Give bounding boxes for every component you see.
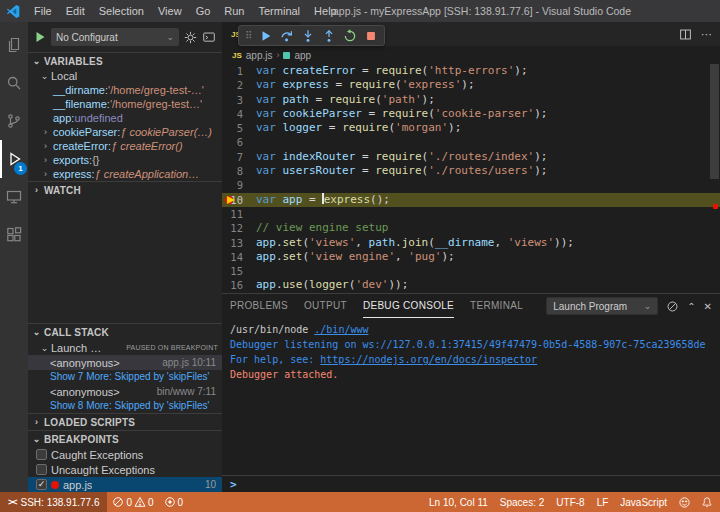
code-line[interactable]: 1var createError = require('http-errors'… — [222, 64, 720, 78]
variables-section-header[interactable]: ⌄ VARIABLES — [28, 52, 222, 69]
start-debugging-button[interactable] — [34, 31, 46, 43]
skipped-frames-link[interactable]: Show 7 More: Skipped by 'skipFiles' — [28, 370, 222, 384]
menu-selection[interactable]: Selection — [92, 0, 151, 22]
variable-row[interactable]: ›exports: {} — [28, 153, 222, 167]
line-number[interactable]: 15 — [222, 264, 256, 278]
stack-frame[interactable]: <anonymous>app.js 10:11 — [28, 355, 222, 370]
console-link[interactable]: https://nodejs.org/en/docs/inspector — [320, 354, 537, 365]
sidebar-item-source-control[interactable] — [0, 102, 28, 140]
editor-scrollbar[interactable] — [710, 64, 719, 179]
code-line[interactable]: 15 — [222, 264, 720, 278]
code-line[interactable]: 6 — [222, 135, 720, 149]
breakpoint-checkbox[interactable] — [36, 449, 47, 460]
variable-row[interactable]: ›express: ƒ createApplication… — [28, 167, 222, 181]
menu-run[interactable]: Run — [217, 0, 251, 22]
code-line[interactable]: 12// view engine setup — [222, 221, 720, 235]
code-line[interactable]: 11 — [222, 207, 720, 221]
line-number[interactable]: 2 — [222, 78, 256, 92]
cursor-position[interactable]: Ln 10, Col 11 — [423, 497, 494, 508]
breakpoint-row[interactable]: Uncaught Exceptions — [28, 462, 222, 477]
expand-chevron-icon[interactable]: › — [44, 127, 53, 137]
code-line[interactable]: 9 — [222, 178, 720, 192]
code-line[interactable]: 16app.use(logger('dev')); — [222, 278, 720, 292]
console-link[interactable]: ./bin/www — [314, 324, 368, 335]
ports-indicator[interactable]: 0 — [159, 496, 189, 508]
remote-indicator[interactable]: >< SSH: 138.91.77.6 — [0, 492, 107, 512]
feedback-button[interactable] — [673, 496, 696, 509]
line-number[interactable]: 7 — [222, 150, 256, 164]
line-number[interactable]: 10 — [222, 193, 256, 207]
panel-tab-output[interactable]: OUTPUT — [304, 294, 347, 318]
variable-row[interactable]: ›cookieParser: ƒ cookieParser(…) — [28, 125, 222, 139]
code-line[interactable]: 3var path = require('path'); — [222, 93, 720, 107]
breakpoints-section-header[interactable]: ⌄ BREAKPOINTS — [28, 430, 222, 447]
restart-button[interactable] — [343, 29, 357, 43]
debug-console-input[interactable]: > — [222, 475, 720, 492]
menu-go[interactable]: Go — [189, 0, 218, 22]
panel-tab-problems[interactable]: PROBLEMS — [230, 294, 288, 318]
problems-indicator[interactable]: 0 0 — [107, 496, 158, 508]
breakpoint-checkbox[interactable]: ✓ — [36, 479, 47, 490]
code-line[interactable]: 13app.set('views', path.join(__dirname, … — [222, 236, 720, 250]
variable-row[interactable]: __dirname: '/home/greg-test-…' — [28, 83, 222, 97]
variable-row[interactable]: __filename: '/home/greg-test…' — [28, 97, 222, 111]
line-number[interactable]: 14 — [222, 250, 256, 264]
sidebar-item-search[interactable] — [0, 64, 28, 102]
line-number[interactable]: 13 — [222, 236, 256, 250]
expand-chevron-icon[interactable]: › — [44, 169, 53, 179]
panel-tab-terminal[interactable]: TERMINAL — [470, 294, 523, 318]
breakpoint-checkbox[interactable] — [36, 464, 47, 475]
code-line[interactable]: 7var indexRouter = require('./routes/ind… — [222, 150, 720, 164]
watch-section-header[interactable]: › WATCH — [28, 181, 222, 198]
line-number[interactable]: 3 — [222, 93, 256, 107]
sidebar-item-run-and-debug[interactable]: 1 — [0, 140, 28, 178]
call-stack-section-header[interactable]: ⌄ CALL STACK — [28, 323, 222, 340]
code-line[interactable]: 8var usersRouter = require('./routes/use… — [222, 164, 720, 178]
menu-edit[interactable]: Edit — [59, 0, 92, 22]
breadcrumb-symbol[interactable]: app — [294, 50, 311, 61]
menu-terminal[interactable]: Terminal — [252, 0, 308, 22]
variable-row[interactable]: app: undefined — [28, 111, 222, 125]
close-panel-icon[interactable]: ✕ — [704, 301, 712, 312]
line-number[interactable]: 11 — [222, 207, 256, 221]
more-actions-icon[interactable]: ⋯ — [701, 28, 712, 41]
continue-button[interactable] — [259, 29, 273, 43]
line-number[interactable]: 6 — [222, 135, 256, 149]
language-mode[interactable]: JavaScript — [614, 497, 673, 508]
breakpoint-row[interactable]: ✓app.js10 — [28, 477, 222, 492]
breakpoint-row[interactable]: Caught Exceptions — [28, 447, 222, 462]
code-editor[interactable]: 1var createError = require('http-errors'… — [222, 64, 720, 293]
code-line[interactable]: 14app.set('view engine', 'pug'); — [222, 250, 720, 264]
menu-view[interactable]: View — [151, 0, 189, 22]
stack-frame[interactable]: <anonymous>bin/www 7:11 — [28, 384, 222, 399]
debug-session-dropdown[interactable]: Launch Program ⌄ — [546, 297, 658, 315]
scope-local[interactable]: ⌄ Local — [28, 69, 222, 83]
debug-thread-row[interactable]: ⌄ Launch … PAUSED ON BREAKPOINT — [28, 340, 222, 355]
line-number[interactable]: 12 — [222, 221, 256, 235]
notifications-button[interactable] — [696, 496, 720, 509]
panel-tab-debug-console[interactable]: DEBUG CONSOLE — [363, 294, 454, 318]
code-line[interactable]: 5var logger = require('morgan'); — [222, 121, 720, 135]
line-number[interactable]: 1 — [222, 64, 256, 78]
step-over-button[interactable] — [280, 29, 294, 43]
code-line[interactable]: 4var cookieParser = require('cookie-pars… — [222, 107, 720, 121]
step-out-button[interactable] — [322, 29, 336, 43]
loaded-scripts-section-header[interactable]: › LOADED SCRIPTS — [28, 413, 222, 430]
step-into-button[interactable] — [301, 29, 315, 43]
debug-console-icon[interactable] — [202, 31, 216, 44]
variable-row[interactable]: ›createError: ƒ createError() — [28, 139, 222, 153]
breadcrumb[interactable]: JS app.js › app — [222, 46, 720, 64]
line-number[interactable]: 5 — [222, 121, 256, 135]
line-number[interactable]: 9 — [222, 178, 256, 192]
encoding[interactable]: UTF-8 — [550, 497, 590, 508]
drag-handle-icon[interactable]: ⠿ — [245, 30, 252, 41]
code-line[interactable]: 10var app = express(); — [222, 193, 720, 207]
menu-file[interactable]: File — [27, 0, 59, 22]
line-number[interactable]: 16 — [222, 278, 256, 292]
stop-button[interactable] — [364, 29, 378, 43]
breadcrumb-file[interactable]: app.js — [246, 50, 273, 61]
gear-icon[interactable] — [184, 31, 197, 44]
expand-chevron-icon[interactable]: › — [44, 141, 53, 151]
sidebar-item-remote-explorer[interactable] — [0, 178, 28, 216]
sidebar-item-explorer[interactable] — [0, 26, 28, 64]
